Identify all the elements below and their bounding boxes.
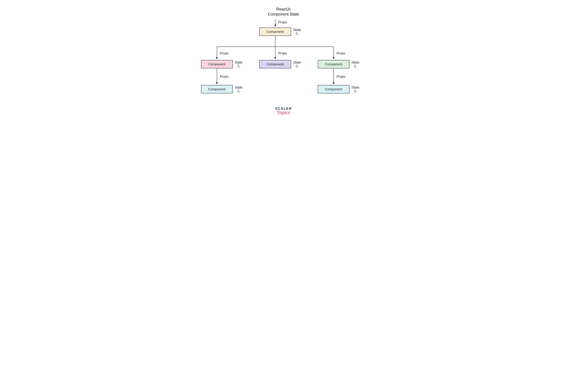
component-root-text: Component [267, 30, 284, 34]
props-label-left: Props [220, 51, 229, 55]
component-lleaf: Component [201, 85, 233, 93]
component-mid: Component [259, 60, 291, 68]
state-right-text: State [352, 60, 360, 64]
state-mid: State [293, 60, 301, 68]
title-line-2: Component State [268, 12, 299, 16]
props-label-right: Props [337, 51, 345, 55]
refresh-icon [237, 65, 240, 68]
state-rleaf: State [352, 85, 360, 93]
title-line-1: ReactJs [276, 7, 291, 11]
state-lleaf: State [235, 85, 243, 93]
refresh-icon [237, 90, 240, 93]
logo-line-2: Topics [275, 110, 292, 115]
state-root: State [293, 28, 301, 35]
state-root-text: State [293, 28, 301, 32]
state-rleaf-text: State [352, 85, 360, 89]
component-left: Component [201, 60, 233, 68]
props-label-rleaf: Props [337, 75, 345, 79]
component-root: Component [259, 28, 291, 36]
state-left-text: State [235, 60, 243, 64]
component-rleaf-text: Component [325, 87, 342, 91]
props-label-root: Props [278, 20, 287, 24]
refresh-icon [354, 90, 357, 93]
state-mid-text: State [293, 60, 301, 64]
diagram-canvas: ReactJs Component State Props Props Prop… [179, 0, 389, 145]
state-lleaf-text: State [235, 85, 243, 89]
component-right-text: Component [325, 62, 342, 66]
refresh-icon [295, 32, 299, 35]
props-label-lleaf: Props [220, 75, 229, 79]
refresh-icon [354, 65, 357, 68]
state-right: State [352, 60, 360, 68]
component-mid-text: Component [267, 62, 284, 66]
component-lleaf-text: Component [208, 87, 225, 91]
component-rleaf: Component [318, 85, 349, 93]
component-right: Component [318, 60, 349, 68]
refresh-icon [295, 65, 299, 68]
diagram-title: ReactJs Component State [179, 7, 389, 17]
state-left: State [235, 60, 243, 68]
component-left-text: Component [208, 62, 225, 66]
props-label-mid: Props [278, 51, 287, 55]
scaler-topics-logo: SCALER Topics [275, 107, 292, 115]
